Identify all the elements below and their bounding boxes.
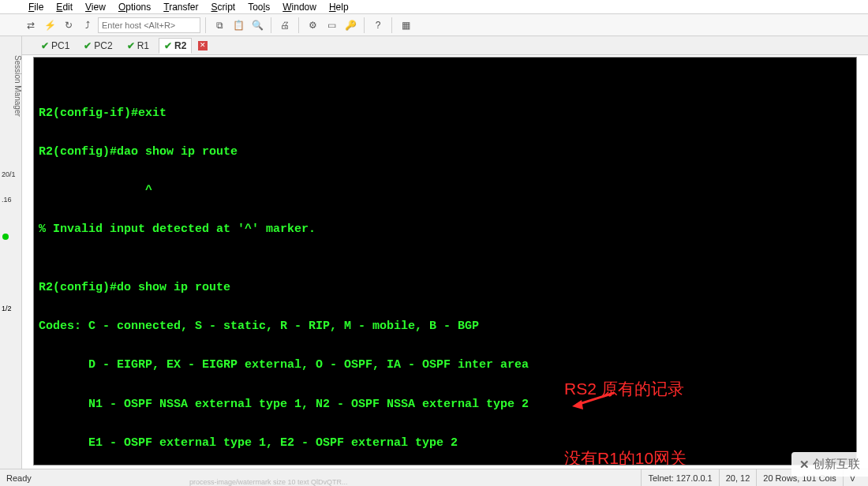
disconnect-icon[interactable]: ⤴ [79, 17, 96, 34]
left-badge: 1/2 [2, 305, 12, 312]
close-tab-icon[interactable]: ✕ [198, 41, 208, 50]
toolbar: ⇄ ⚡ ↻ ⤴ ⧉ 📋 🔍 🖨 ⚙ ▭ 🔑 ? ▦ [0, 14, 868, 36]
terminal-line: R2(config)#do show ip route [34, 279, 856, 298]
tabbar: ✔ PC1 ✔ PC2 ✔ R1 ✔ R2 ✕ [22, 36, 868, 55]
watermark-text: 创新互联 [813, 457, 860, 472]
help-icon[interactable]: ? [369, 17, 387, 34]
session-options-icon[interactable]: ▭ [323, 17, 340, 34]
terminal-line: N1 - OSPF NSSA external type 1, N2 - OSP… [34, 395, 856, 415]
menu-transfer[interactable]: Transfer [163, 2, 198, 13]
tab-r2[interactable]: ✔ R2 [159, 38, 192, 54]
left-badge: 20/1 [0, 170, 22, 178]
menubar: FFileile Edit View Options Transfer Scri… [0, 0, 868, 14]
copy-icon[interactable]: ⧉ [211, 17, 228, 34]
menu-help[interactable]: Help [329, 2, 349, 13]
quick-connect-icon[interactable]: ⚡ [41, 17, 58, 34]
menu-view[interactable]: View [85, 2, 106, 13]
session-manager-label: Session Manager [11, 52, 22, 120]
main-content: ✔ PC1 ✔ PC2 ✔ R1 ✔ R2 ✕ R2(config-if)#ex… [22, 36, 868, 469]
status-cursor-pos: 20, 12 [719, 469, 757, 486]
print-icon[interactable]: 🖨 [276, 17, 294, 34]
connected-check-icon: ✔ [127, 40, 135, 51]
node-active-icon [2, 234, 9, 240]
terminal[interactable]: R2(config-if)#exit R2(config)#dao show i… [33, 57, 857, 465]
reconnect-icon[interactable]: ↻ [60, 17, 77, 34]
menu-script[interactable]: Script [211, 2, 236, 13]
left-badge: .16 [0, 196, 22, 204]
paste-icon[interactable]: 📋 [230, 17, 247, 34]
terminal-line: % Invalid input detected at '^' marker. [34, 220, 856, 240]
tab-label: R2 [174, 40, 186, 51]
status-ready: Ready [6, 473, 32, 483]
annotation-line: 没有R1的10网关 [564, 447, 687, 465]
tab-r1[interactable]: ✔ R1 [122, 39, 154, 53]
menu-edit[interactable]: Edit [56, 2, 73, 13]
tab-pc2[interactable]: ✔ PC2 [79, 39, 117, 53]
terminal-line: Codes: C - connected, S - static, R - RI… [34, 317, 856, 337]
statusbar: Ready Telnet: 127.0.0.1 20, 12 20 Rows, … [0, 469, 868, 486]
terminal-line: E1 - OSPF external type 1, E2 - OSPF ext… [34, 434, 856, 454]
arrow-icon [571, 389, 618, 413]
status-connection: Telnet: 127.0.0.1 [641, 469, 718, 486]
misc-icon[interactable]: ▦ [397, 17, 414, 34]
connected-check-icon: ✔ [164, 40, 172, 51]
menu-file[interactable]: FFileile [28, 2, 43, 13]
watermark-logo-icon: ✕ [799, 458, 810, 472]
session-manager-panel[interactable]: Session Manager 20/1 .16 1/2 [0, 36, 22, 469]
terminal-line: ^ [34, 181, 856, 201]
connect-icon[interactable]: ⇄ [22, 17, 39, 34]
left-badges: 20/1 .16 [0, 170, 22, 205]
menu-options[interactable]: Options [118, 2, 151, 13]
key-icon[interactable]: 🔑 [342, 17, 359, 34]
options-icon[interactable]: ⚙ [304, 17, 321, 34]
tab-label: R1 [137, 40, 149, 51]
host-input[interactable] [98, 17, 200, 33]
svg-marker-1 [572, 400, 583, 409]
terminal-line: R2(config)#dao show ip route [34, 143, 856, 163]
svg-line-0 [577, 393, 614, 405]
menu-tools[interactable]: Tools [248, 2, 270, 13]
footer-fragment: process-image/watermark size 10 text QlD… [189, 478, 348, 486]
tab-label: PC1 [51, 40, 69, 51]
terminal-line: D - EIGRP, EX - EIGRP external, O - OSPF… [34, 356, 856, 376]
connected-check-icon: ✔ [84, 40, 92, 51]
connected-check-icon: ✔ [41, 40, 49, 51]
menu-window[interactable]: Window [282, 2, 316, 13]
watermark: ✕ 创新互联 [791, 452, 868, 477]
find-icon[interactable]: 🔍 [249, 17, 266, 34]
tab-pc1[interactable]: ✔ PC1 [36, 39, 74, 53]
terminal-line: R2(config-if)#exit [34, 104, 856, 124]
tab-label: PC2 [94, 40, 112, 51]
